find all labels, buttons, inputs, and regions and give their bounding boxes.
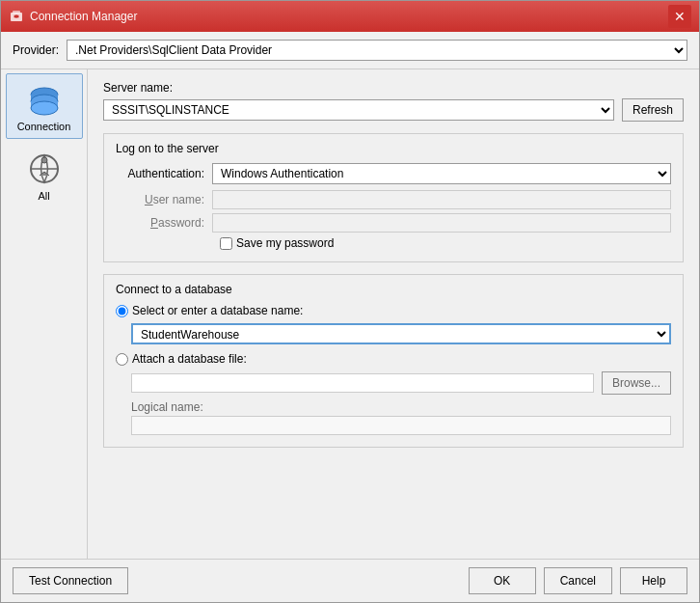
db-file-row: Browse... <box>116 371 671 395</box>
radio-file[interactable] <box>116 353 128 366</box>
save-password-checkbox[interactable] <box>220 237 232 250</box>
ok-button[interactable]: OK <box>469 567 536 594</box>
db-file-input[interactable] <box>131 373 594 393</box>
database-select[interactable]: StudentWarehouse <box>131 323 671 344</box>
server-name-select[interactable]: SSSIT\SQLINSTANCE <box>103 99 614 121</box>
logical-name-row: Logical name: <box>116 400 671 435</box>
password-row: Password: <box>116 213 671 233</box>
sidebar-connection-label: Connection <box>17 121 71 132</box>
database-title: Connect to a database <box>116 283 671 296</box>
refresh-button[interactable]: Refresh <box>622 98 684 122</box>
footer-right: OK Cancel Help <box>469 567 687 594</box>
svg-point-7 <box>31 101 58 115</box>
window-title: Connection Manager <box>30 10 137 23</box>
footer-left: Test Connection <box>13 567 128 594</box>
provider-label: Provider: <box>13 43 59 57</box>
password-label: Password: <box>116 216 212 230</box>
sidebar: Connection All <box>1 69 88 559</box>
server-row: SSSIT\SQLINSTANCE Refresh <box>103 98 684 122</box>
username-row: User name: <box>116 190 671 209</box>
username-label: User name: <box>116 193 212 206</box>
db-select-row: StudentWarehouse <box>116 323 671 344</box>
logical-name-input[interactable] <box>131 416 671 435</box>
sidebar-item-all[interactable]: All <box>6 143 83 208</box>
footer: Test Connection OK Cancel Help <box>1 559 699 602</box>
radio-file-label: Attach a database file: <box>132 352 247 366</box>
test-connection-button[interactable]: Test Connection <box>13 567 128 594</box>
radio-db-row: Select or enter a database name: <box>116 304 671 317</box>
database-section: Connect to a database Select or enter a … <box>103 274 684 448</box>
radio-db[interactable] <box>116 305 128 317</box>
cancel-button[interactable]: Cancel <box>544 567 612 594</box>
svg-point-2 <box>13 14 19 18</box>
save-password-row: Save my password <box>116 236 671 250</box>
server-name-label: Server name: <box>103 81 684 95</box>
browse-button[interactable]: Browse... <box>602 371 671 395</box>
provider-bar: Provider: .Net Providers\SqlClient Data … <box>1 32 699 69</box>
connection-icon <box>25 80 64 119</box>
all-icon <box>25 150 64 188</box>
app-icon <box>9 9 24 24</box>
logical-name-label: Logical name: <box>131 400 671 414</box>
sidebar-all-label: All <box>38 190 49 202</box>
auth-select[interactable]: Windows Authentication <box>212 163 671 184</box>
auth-label: Authentication: <box>116 167 212 180</box>
username-input[interactable] <box>212 190 671 209</box>
auth-row: Authentication: Windows Authentication <box>116 163 671 184</box>
logon-section: Log on to the server Authentication: Win… <box>103 133 684 262</box>
provider-select[interactable]: .Net Providers\SqlClient Data Provider <box>67 40 687 61</box>
content-area: Server name: SSSIT\SQLINSTANCE Refresh L… <box>88 69 699 559</box>
server-name-section: Server name: SSSIT\SQLINSTANCE Refresh <box>103 81 684 122</box>
save-password-label: Save my password <box>236 236 334 250</box>
title-bar-left: Connection Manager <box>9 9 137 24</box>
logon-title: Log on to the server <box>116 142 671 155</box>
radio-db-label: Select or enter a database name: <box>132 304 303 317</box>
help-button[interactable]: Help <box>620 567 687 594</box>
sidebar-item-connection[interactable]: Connection <box>6 73 83 139</box>
radio-file-row: Attach a database file: <box>116 352 671 366</box>
main-content: Connection All Server name: <box>1 69 699 559</box>
svg-point-10 <box>41 157 47 163</box>
password-input[interactable] <box>212 213 671 233</box>
close-button[interactable]: ✕ <box>668 5 691 28</box>
connection-manager-window: Connection Manager ✕ Provider: .Net Prov… <box>0 0 700 603</box>
svg-rect-1 <box>13 11 20 14</box>
title-bar: Connection Manager ✕ <box>1 1 699 32</box>
